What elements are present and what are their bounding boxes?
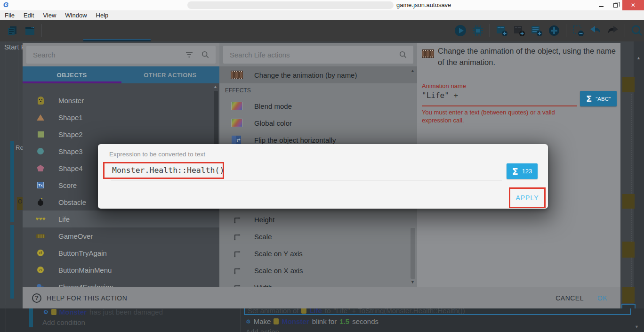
blink-make: Make <box>254 317 271 325</box>
action-row-change-animation[interactable]: Change the animation (by name) <box>219 66 417 83</box>
add-action-link[interactable]: Add action <box>246 328 279 332</box>
tab-other-actions[interactable]: OTHER ACTIONS <box>121 66 219 83</box>
objects-search-field[interactable]: Search <box>26 46 216 64</box>
active-scene-tab-sliver <box>83 39 151 41</box>
maximize-button[interactable] <box>608 0 622 10</box>
event-row-fragment <box>622 242 635 258</box>
close-button[interactable]: ✕ <box>622 0 644 10</box>
action-description: Change the animation of the object, usin… <box>438 46 619 68</box>
action-row-blend-mode[interactable]: Blend mode <box>219 97 417 114</box>
banner-icon <box>36 234 45 238</box>
objects-scroll-up-icon[interactable]: ▲ <box>213 84 217 89</box>
menu-view[interactable]: View <box>43 12 56 19</box>
events-sheet: ⚙ Monster has just been damaged Add cond… <box>0 308 644 332</box>
scroll-up-icon[interactable]: ▲ <box>636 56 641 60</box>
add-external-layout-icon[interactable] <box>512 23 527 38</box>
tab-objects[interactable]: OBJECTS <box>23 66 121 83</box>
remove-element-icon[interactable] <box>571 23 586 38</box>
rainbow-icon <box>231 102 243 110</box>
action-row-global-color[interactable]: Global color <box>219 114 417 131</box>
action-row-scale-x[interactable]: Scale on X axis <box>219 262 417 279</box>
action-row-scale[interactable]: Scale <box>219 228 417 245</box>
explosion-icon <box>36 284 45 288</box>
actions-scrollbar-thumb[interactable] <box>411 228 415 279</box>
cancel-button[interactable]: CANCEL <box>555 287 584 308</box>
events-scrollbar-track[interactable] <box>634 41 644 308</box>
validation-error-text: You must enter a text (between quotes) o… <box>422 109 583 125</box>
animation-name-input[interactable]: "Life" + <box>422 91 458 100</box>
object-row-gameover[interactable]: GameOver <box>23 227 219 244</box>
event-group-bar <box>10 225 14 299</box>
start-page-icon[interactable] <box>22 23 37 38</box>
open-text-expression-editor-button[interactable]: Σ "ABC" <box>580 91 617 106</box>
object-row-shape1[interactable]: Shape1 <box>23 109 219 126</box>
add-scene-icon[interactable] <box>494 23 509 38</box>
add-condition-link[interactable]: Add condition <box>42 318 85 326</box>
objects-tabbar: OBJECTS OTHER ACTIONS <box>23 66 219 83</box>
condition-action-divider <box>240 308 241 332</box>
minimize-button[interactable] <box>594 0 608 10</box>
filter-icon[interactable] <box>185 51 193 58</box>
home-button-icon: ⌂ <box>36 267 45 273</box>
monster-object-icon <box>274 318 279 324</box>
add-element-icon[interactable] <box>547 23 562 38</box>
blink-object: Monster <box>282 317 309 325</box>
blink-suffix: seconds <box>352 317 378 325</box>
project-manager-icon[interactable] <box>5 23 20 38</box>
action-to: to <box>325 308 331 315</box>
selected-action-row[interactable]: Set animation of Life to "Life" + ToStri… <box>244 308 631 315</box>
actions-scroll-up-icon[interactable]: ▲ <box>411 68 415 73</box>
size-arrow-icon <box>231 216 243 224</box>
object-row-shape2[interactable]: Shape2 <box>23 126 219 143</box>
event-group-bar <box>29 308 33 327</box>
menu-help[interactable]: Help <box>96 12 109 19</box>
object-row-buttontryagain[interactable]: ↺ ButtonTryAgain <box>23 244 219 261</box>
object-row-shape4explosion[interactable]: Shape4Explosion <box>23 278 219 287</box>
redo-icon[interactable] <box>605 23 620 38</box>
play-preview-icon[interactable] <box>453 23 468 38</box>
events-tree-line <box>18 41 18 140</box>
apply-button[interactable]: APPLY <box>515 194 539 202</box>
ok-button[interactable]: OK <box>597 287 607 308</box>
menu-file[interactable]: File <box>5 12 15 19</box>
menu-window[interactable]: Window <box>65 12 87 19</box>
toolbar-separator <box>41 24 42 37</box>
object-row-monster[interactable]: Monster <box>23 92 219 109</box>
help-link[interactable]: ? HELP FOR THIS ACTION <box>32 287 127 308</box>
restore-icon <box>613 3 618 8</box>
menu-edit[interactable]: Edit <box>24 12 34 19</box>
event-row-fragment <box>622 287 635 303</box>
action-icon: ⚙ <box>246 318 251 325</box>
action-row-scale-y[interactable]: Scale on Y axis <box>219 245 417 262</box>
object-row-buttonmainmenu[interactable]: ⌂ ButtonMainMenu <box>23 261 219 278</box>
toolbar-search-icon[interactable] <box>629 23 644 38</box>
add-events-icon[interactable] <box>529 23 544 38</box>
size-arrow-icon <box>231 283 243 288</box>
undo-icon[interactable] <box>588 23 603 38</box>
text-object-icon: Tx <box>36 182 45 188</box>
size-arrow-icon <box>231 267 243 275</box>
object-row-life[interactable]: ♥♥♥ Life <box>23 211 219 227</box>
action-row-height[interactable]: Height <box>219 211 417 228</box>
animation-name-label: Animation name <box>422 82 466 89</box>
expression-editor-modal: Expression to be converted to text Monst… <box>98 144 548 209</box>
toolbar-separator <box>490 24 490 37</box>
actions-search-field[interactable]: Search Life actions <box>223 46 413 64</box>
debug-icon[interactable] <box>470 23 485 38</box>
scroll-down-icon[interactable]: ▼ <box>635 324 639 329</box>
blink-action-row[interactable]: ⚙ Make Monster blink for 1.5 seconds <box>246 317 378 325</box>
events-tree-line <box>6 41 6 305</box>
condition-text: has just been damaged <box>89 308 163 316</box>
actions-search-placeholder: Search Life actions <box>230 51 391 59</box>
input-error-underline <box>422 105 577 106</box>
life-object-icon <box>301 308 306 314</box>
condition-object: Monster <box>59 308 87 316</box>
actions-scroll-down-icon[interactable]: ▼ <box>411 280 415 284</box>
open-number-expression-editor-button[interactable]: Σ 123 <box>507 163 538 179</box>
triangle-icon <box>36 114 45 121</box>
condition-row[interactable]: ⚙ Monster has just been damaged <box>43 308 163 316</box>
action-row-width[interactable]: Width <box>219 279 417 287</box>
toolbar-separator <box>625 24 625 37</box>
toolbar <box>0 20 644 41</box>
toolbar-separator <box>566 24 566 37</box>
